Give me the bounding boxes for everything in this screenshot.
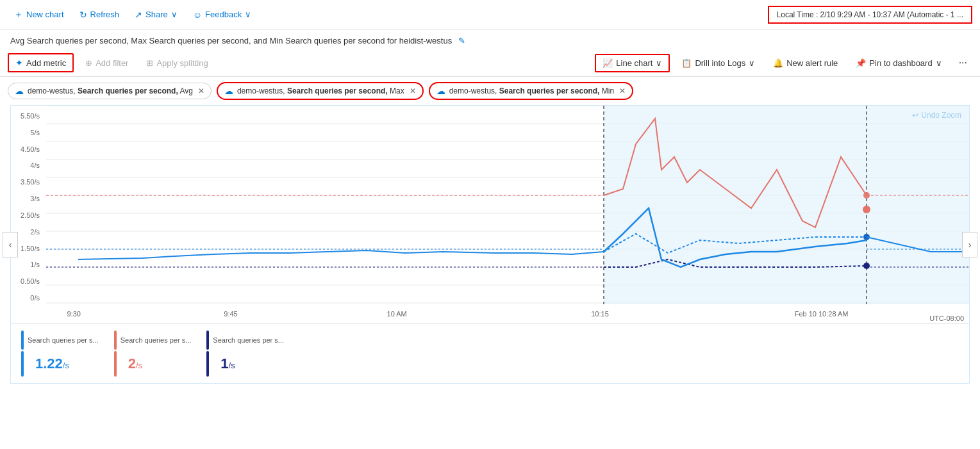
y-axis: 5.50/s 5/s 4.50/s 4/s 3.50/s 3/s 2.50/s …	[11, 106, 46, 304]
share-chevron-icon: ∨	[171, 10, 178, 19]
chart-type-button[interactable]: 📈 Line chart ∨	[595, 54, 670, 72]
cloud-icon-2: ☁	[224, 86, 233, 96]
y-label-450: 4.50/s	[13, 145, 44, 153]
legend-value-min: 1/s	[220, 355, 235, 372]
refresh-icon: ↻	[79, 10, 87, 20]
y-label-400: 4/s	[13, 161, 44, 169]
legend-area: Search queries per s... 1.22/s Search qu…	[11, 323, 969, 383]
chart-svg	[46, 106, 969, 304]
logs-chevron-icon: ∨	[749, 58, 755, 68]
y-label-550: 5.50/s	[13, 112, 44, 120]
remove-tag-max[interactable]: ✕	[410, 86, 416, 95]
add-metric-icon: ✦	[15, 58, 23, 68]
x-label-930: 9:30	[67, 310, 80, 318]
y-label-200: 2/s	[13, 228, 44, 236]
legend-value-max: 2/s	[128, 355, 142, 372]
legend-item-max: Search queries per s... 2/s	[114, 331, 192, 377]
utc-label: UTC-08:00	[929, 314, 964, 322]
top-toolbar: ＋ New chart ↻ Refresh ↗ Share ∨ ☺ Feedba…	[0, 0, 980, 29]
metric-tag-avg: ☁ demo-westus, Search queries per second…	[8, 83, 212, 99]
chart-title: Avg Search queries per second, Max Searc…	[10, 36, 452, 45]
x-label-945: 9:45	[224, 310, 237, 318]
y-label-100: 1/s	[13, 261, 44, 268]
metric-tag-max: ☁ demo-westus, Search queries per second…	[217, 82, 424, 100]
metric-tag-min: ☁ demo-westus, Search queries per second…	[429, 82, 633, 100]
alert-icon: 🔔	[773, 58, 783, 68]
share-icon: ↗	[135, 10, 142, 20]
line-chart-icon: 📈	[602, 58, 613, 68]
remove-tag-min[interactable]: ✕	[619, 86, 626, 95]
chart-wrapper: ↩ Undo Zoom 5.50/s 5/s 4.50/s 4/s 3.50/s…	[10, 105, 970, 384]
y-label-350: 3.50/s	[13, 178, 44, 186]
legend-color-avg	[21, 331, 24, 350]
x-label-1015: 10:15	[591, 310, 609, 318]
legend-color-min	[206, 331, 209, 350]
y-label-150: 1.50/s	[13, 245, 44, 252]
pin-to-dashboard-button[interactable]: 📌 Pin to dashboard ∨	[849, 55, 948, 71]
legend-item-min: Search queries per s... 1/s	[206, 331, 284, 377]
new-alert-rule-button[interactable]: 🔔 New alert rule	[767, 55, 844, 71]
chart-container[interactable]: ↩ Undo Zoom 5.50/s 5/s 4.50/s 4/s 3.50/s…	[11, 106, 969, 323]
edit-title-icon[interactable]: ✎	[458, 36, 465, 45]
y-label-300: 3/s	[13, 195, 44, 202]
feedback-icon: ☺	[193, 10, 202, 20]
more-options-button[interactable]: ···	[954, 54, 972, 72]
legend-value-avg: 1.22/s	[35, 355, 69, 372]
x-label-10am: 10 AM	[387, 310, 407, 318]
remove-tag-avg[interactable]: ✕	[198, 86, 204, 95]
y-label-500: 5/s	[13, 129, 44, 136]
feedback-chevron-icon: ∨	[245, 10, 251, 19]
refresh-button[interactable]: ↻ Refresh	[73, 6, 126, 23]
logs-icon: 📋	[681, 58, 692, 68]
nav-next-button[interactable]: ›	[962, 232, 977, 257]
add-filter-button[interactable]: ⊕ Add filter	[79, 55, 135, 71]
feedback-button[interactable]: ☺ Feedback ∨	[187, 6, 258, 23]
apply-splitting-button[interactable]: ⊞ Apply splitting	[140, 55, 214, 71]
x-label-1028: Feb 10 10:28 AM	[795, 310, 849, 318]
nav-prev-button[interactable]: ‹	[3, 232, 18, 257]
legend-color-max	[114, 331, 117, 350]
legend-bar-max	[114, 351, 117, 377]
time-range-selector[interactable]: Local Time : 2/10 9:29 AM - 10:37 AM (Au…	[768, 6, 972, 24]
cloud-icon-3: ☁	[436, 86, 445, 96]
metrics-toolbar: ✦ Add metric ⊕ Add filter ⊞ Apply splitt…	[0, 49, 980, 77]
drill-into-logs-button[interactable]: 📋 Drill into Logs ∨	[675, 55, 761, 71]
split-icon: ⊞	[146, 58, 153, 68]
svg-point-24	[863, 206, 870, 213]
toolbar-right: 📈 Line chart ∨ 📋 Drill into Logs ∨ 🔔 New…	[595, 54, 972, 72]
share-button[interactable]: ↗ Share ∨	[128, 6, 184, 23]
metric-tags-area: ☁ demo-westus, Search queries per second…	[0, 77, 980, 105]
chart-type-chevron-icon: ∨	[656, 58, 662, 68]
svg-point-20	[863, 263, 870, 269]
toolbar-left: ＋ New chart ↻ Refresh ↗ Share ∨ ☺ Feedba…	[8, 6, 258, 24]
chart-plot	[46, 106, 969, 304]
filter-icon: ⊕	[85, 58, 92, 68]
add-metric-button[interactable]: ✦ Add metric	[8, 53, 74, 72]
legend-bar-min	[206, 351, 209, 377]
x-axis: 9:30 9:45 10 AM 10:15 Feb 10 10:28 AM UT…	[46, 304, 969, 323]
pin-icon: 📌	[856, 58, 866, 68]
chart-title-area: Avg Search queries per second, Max Searc…	[0, 29, 980, 49]
pin-chevron-icon: ∨	[936, 58, 942, 68]
legend-bar-avg	[21, 351, 24, 377]
chart-section: ‹ › ↩ Undo Zoom 5.50/s 5/s 4.50/s 4/s 3.…	[3, 105, 977, 384]
y-label-000: 0/s	[13, 294, 44, 302]
cloud-icon-1: ☁	[15, 86, 24, 96]
plus-icon: ＋	[14, 9, 23, 20]
y-label-250: 2.50/s	[13, 211, 44, 219]
y-label-050: 0.50/s	[13, 277, 44, 285]
legend-item-avg: Search queries per s... 1.22/s	[21, 331, 99, 377]
svg-rect-12	[604, 106, 969, 304]
new-chart-button[interactable]: ＋ New chart	[8, 6, 71, 24]
